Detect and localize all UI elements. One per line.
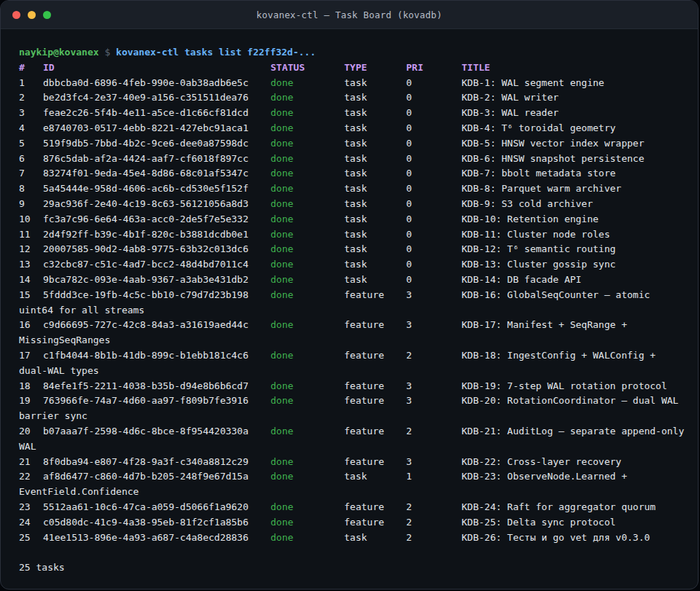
cell-id: 84efe1f5-2211-4038-b35b-d94e8b6b6cd7	[43, 380, 249, 391]
titlebar[interactable]: kovanex-ctl — Task Board (kovadb)	[1, 1, 698, 29]
task-rows: 1dbbcba0d-6896-4feb-990e-0ab38adb6e5cdon…	[19, 77, 698, 547]
cell-status: done	[271, 426, 293, 437]
cell-pri: 0	[406, 92, 412, 103]
terminal-content[interactable]: naykip@kovanex $ kovanex-ctl tasks list …	[1, 28, 698, 589]
prompt-user: naykip@kovanex	[19, 47, 99, 58]
cell-title: KDB-18: IngestConfig + WALConfig +	[462, 350, 656, 361]
task-row: 5519f9db5-7bbd-4b2c-9ce6-dee0a87598dcdon…	[19, 138, 698, 153]
cell-num: 23	[19, 501, 31, 512]
cell-num: 5	[19, 138, 25, 149]
table-header-row: # ID STATUS TYPE PRI TITLE	[19, 62, 698, 77]
cell-title: KDB-13: Cluster gossip sync	[462, 259, 615, 270]
cell-id: 763966fe-74a7-4d60-aa97-f809b7fe3916	[43, 395, 249, 406]
cell-num: 12	[19, 243, 31, 254]
cell-title: KDB-2: WAL writer	[462, 92, 559, 103]
cell-status: done	[271, 214, 293, 224]
cell-status: done	[271, 92, 293, 103]
cell-pri: 0	[406, 198, 412, 209]
cell-id: feae2c26-5f4b-4e11-a5ce-d1c66cf81dcd	[43, 107, 249, 118]
cell-status: done	[271, 107, 293, 118]
cell-title: KDB-10: Retention engine	[462, 214, 599, 224]
cell-pri: 0	[406, 138, 412, 149]
cell-pri: 1	[406, 471, 412, 482]
terminal-window: kovanex-ctl — Task Board (kovadb) naykip…	[0, 0, 699, 590]
cell-status: done	[271, 395, 293, 406]
task-row: 929ac936f-2e40-4c19-8c63-56121056a8d3don…	[19, 198, 698, 214]
cell-type: task	[344, 532, 367, 543]
task-row: 16c9d66695-727c-42c8-84a3-a31619aed44cdo…	[19, 319, 698, 334]
cell-type: task	[344, 198, 367, 209]
cell-type: task	[344, 183, 367, 194]
cell-num: 2	[19, 92, 25, 103]
blank-line	[19, 547, 698, 562]
task-row: 19763966fe-74a7-4d60-aa97-f809b7fe3916do…	[19, 395, 698, 410]
cell-id: 519f9db5-7bbd-4b2c-9ce6-dee0a87598dc	[43, 138, 249, 149]
cell-title: KDB-7: bbolt metadata store	[462, 168, 615, 179]
cell-title: KDB-5: HNSW vector index wrapper	[462, 138, 644, 149]
task-row: 22af8d6477-c860-4d7b-b205-248f9e67d15ado…	[19, 471, 698, 486]
cell-type: task	[344, 107, 367, 118]
task-row: 17c1fb4044-8b1b-41db-899c-b1ebb181c4c6do…	[19, 350, 698, 365]
cell-type: feature	[344, 380, 384, 391]
cell-status: done	[271, 153, 293, 164]
cell-status: done	[271, 243, 293, 254]
cell-num: 17	[19, 350, 31, 361]
cell-pri: 3	[406, 456, 412, 467]
cell-num: 1	[19, 77, 25, 88]
cell-status: done	[271, 517, 293, 528]
task-row: 783274f01-9eda-45e4-8d86-68c01af5347cdon…	[19, 168, 698, 183]
cell-type: task	[344, 274, 367, 285]
task-row-wrap: barrier sync	[19, 410, 698, 426]
cell-id: 20007585-90d2-4ab8-9775-63b32c013dc6	[43, 243, 249, 254]
cell-pri: 0	[406, 122, 412, 133]
cell-type: feature	[344, 426, 384, 437]
column-header-id: ID	[43, 62, 55, 73]
minimize-button[interactable]	[28, 11, 36, 19]
cell-type: task	[344, 259, 367, 270]
task-row: 1884efe1f5-2211-4038-b35b-d94e8b6b6cd7do…	[19, 380, 698, 396]
close-button[interactable]	[12, 11, 20, 19]
task-row: 149bca782c-093e-4aab-9367-a3ab3e431db2do…	[19, 274, 698, 289]
task-row-wrap: dual-WAL types	[19, 365, 698, 380]
task-row: 112d4f92ff-b39c-4b1f-820c-b3881dcdb0e1do…	[19, 229, 698, 244]
cell-pri: 0	[406, 183, 412, 194]
cell-status: done	[271, 289, 293, 300]
cell-title: KDB-23: ObserveNode.Learned +	[462, 471, 627, 482]
cell-num: 7	[19, 168, 25, 179]
cell-num: 21	[19, 456, 31, 467]
cell-pri: 3	[406, 380, 412, 391]
cell-status: done	[271, 471, 293, 482]
cell-title: KDB-25: Delta sync protocol	[462, 517, 615, 528]
column-header-status: STATUS	[271, 62, 305, 73]
cell-status: done	[271, 501, 293, 512]
cell-type: feature	[344, 395, 384, 406]
cell-status: done	[271, 350, 293, 361]
task-row: 155fddd3ce-19fb-4c5c-bb10-c79d7d23b198do…	[19, 289, 698, 305]
cell-type: feature	[344, 456, 384, 467]
cell-status: done	[271, 77, 293, 88]
cell-title: KDB-1: WAL segment engine	[462, 77, 604, 88]
cell-id: 5fddd3ce-19fb-4c5c-bb10-c79d7d23b198	[43, 289, 249, 300]
cell-type: task	[344, 471, 367, 482]
cell-type: task	[344, 214, 367, 224]
task-row-wrap: EventField.Confidence	[19, 486, 698, 501]
cell-id: c9d66695-727c-42c8-84a3-a31619aed44c	[43, 319, 249, 330]
task-row: 13c32cbc87-c51c-4ad7-bcc2-48d4bd7011c4do…	[19, 259, 698, 274]
cell-pri: 0	[406, 168, 412, 179]
cell-title: KDB-16: GlobalSeqCounter — atomic	[462, 289, 650, 300]
zoom-button[interactable]	[43, 11, 51, 19]
cell-title: KDB-12: T⁶ semantic routing	[462, 243, 615, 254]
cell-pri: 3	[406, 319, 412, 330]
prompt-command: kovanex-ctl tasks list f22ff32d-...	[116, 47, 316, 58]
cell-status: done	[271, 380, 293, 391]
cell-title: KDB-24: Raft for aggregator quorum	[462, 501, 656, 512]
cell-id: 41ee1513-896e-4a93-a687-c4a8ecd28836	[43, 532, 249, 543]
cell-type: task	[344, 77, 367, 88]
cell-title: KDB-19: 7-step WAL rotation protocol	[462, 380, 667, 391]
cell-id: c32cbc87-c51c-4ad7-bcc2-48d4bd7011c4	[43, 259, 249, 270]
cell-status: done	[271, 229, 293, 240]
cell-num: 16	[19, 319, 31, 330]
cell-id: 8f0dba94-e807-4f28-9a3f-c340a8812c29	[43, 456, 249, 467]
cell-title: KDB-6: HNSW snapshot persistence	[462, 153, 644, 164]
cell-id: 29ac936f-2e40-4c19-8c63-56121056a8d3	[43, 198, 249, 209]
